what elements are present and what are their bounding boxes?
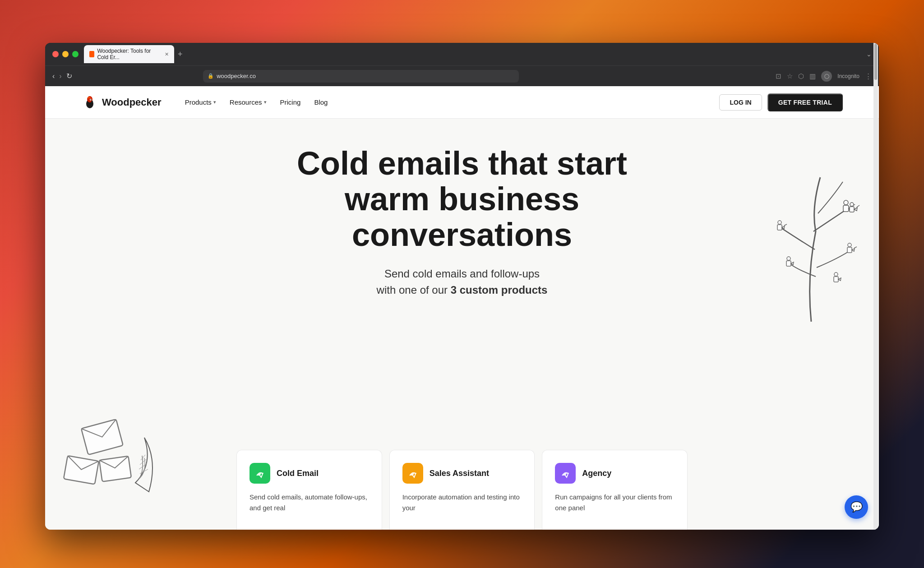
- sales-assistant-title: Sales Assistant: [430, 469, 489, 478]
- svg-point-18: [848, 243, 851, 247]
- scrollbar[interactable]: [873, 43, 878, 530]
- forward-button[interactable]: ›: [59, 72, 61, 80]
- chat-icon: 💬: [850, 501, 863, 513]
- sales-assistant-card[interactable]: Sales Assistant Incorporate automation a…: [389, 450, 535, 530]
- cold-email-title: Cold Email: [277, 469, 319, 478]
- cast-icon[interactable]: ⊡: [776, 72, 781, 80]
- svg-rect-17: [777, 225, 782, 230]
- hero-subtitle-line2: with one of our 3 custom products: [377, 284, 548, 296]
- lock-icon: 🔒: [208, 73, 214, 79]
- nav-blog[interactable]: Blog: [309, 95, 333, 110]
- hero-title: Cold emails that start warm business con…: [263, 146, 661, 253]
- url-text: woodpecker.co: [217, 73, 256, 79]
- svg-rect-13: [843, 205, 849, 212]
- hero-subtitle: Send cold emails and follow-ups with one…: [377, 266, 548, 298]
- toolbar-right: ⊡ ☆ ⬡ ▥ ◯ Incognito ⋮: [776, 71, 872, 82]
- sales-assistant-card-header: Sales Assistant: [402, 463, 522, 484]
- nav-actions: LOG IN GET FREE TRIAL: [719, 93, 843, 111]
- menu-icon[interactable]: ⋮: [865, 72, 872, 80]
- desktop: Woodpecker: Tools for Cold Er... ✕ + ⌄ ‹…: [0, 0, 924, 568]
- profile-icon: ◯: [824, 74, 829, 79]
- svg-point-4: [91, 99, 92, 100]
- svg-point-14: [850, 203, 854, 206]
- tab-favicon: [89, 51, 94, 57]
- tab-bar: Woodpecker: Tools for Cold Er... ✕ + ⌄: [84, 45, 872, 63]
- product-cards: Cold Email Send cold emails, automate fo…: [236, 450, 688, 530]
- nav-pricing[interactable]: Pricing: [275, 95, 306, 110]
- svg-point-12: [844, 200, 848, 205]
- new-tab-button[interactable]: +: [178, 50, 183, 59]
- hero-decoration-right: [744, 141, 879, 323]
- login-button[interactable]: LOG IN: [719, 94, 762, 111]
- site-navigation: Woodpecker Products ▾ Resources ▾ Pricin…: [45, 86, 879, 119]
- nav-products[interactable]: Products ▾: [180, 95, 222, 110]
- webpage: Woodpecker Products ▾ Resources ▾ Pricin…: [45, 86, 879, 530]
- hero-subtitle-line1: Send cold emails and follow-ups: [384, 268, 540, 280]
- profile-button[interactable]: ◯: [821, 71, 832, 82]
- minimize-button[interactable]: [62, 51, 69, 57]
- sales-assistant-desc: Incorporate automation and testing into …: [402, 492, 522, 513]
- hero-section: Cold emails that start warm business con…: [45, 119, 879, 530]
- get-free-trial-button[interactable]: GET FREE TRIAL: [767, 93, 843, 111]
- sidebar-icon[interactable]: ▥: [809, 72, 816, 80]
- logo-area[interactable]: Woodpecker: [81, 94, 162, 111]
- svg-rect-21: [786, 261, 791, 266]
- woodpecker-logo-icon: [81, 94, 98, 111]
- active-tab[interactable]: Woodpecker: Tools for Cold Er... ✕: [84, 45, 174, 63]
- svg-point-16: [778, 221, 781, 224]
- nav-links: Products ▾ Resources ▾ Pricing Blog: [180, 95, 720, 110]
- agency-title: Agency: [582, 469, 611, 478]
- cold-email-icon: [249, 463, 270, 484]
- cold-email-card-header: Cold Email: [249, 463, 369, 484]
- address-bar: ‹ › ↻ 🔒 woodpecker.co ⊡ ☆ ⬡ ▥ ◯ Incognit…: [45, 65, 879, 86]
- logo-text: Woodpecker: [102, 97, 162, 108]
- browser-window: Woodpecker: Tools for Cold Er... ✕ + ⌄ ‹…: [45, 43, 879, 530]
- products-chevron-icon: ▾: [213, 99, 216, 105]
- cold-email-desc: Send cold emails, automate follow-ups, a…: [249, 492, 369, 513]
- tabs-chevron-icon[interactable]: ⌄: [866, 51, 872, 58]
- address-field[interactable]: 🔒 woodpecker.co: [203, 70, 519, 83]
- title-bar: Woodpecker: Tools for Cold Er... ✕ + ⌄: [45, 43, 879, 65]
- agency-icon: [555, 463, 576, 484]
- nav-buttons: ‹ › ↻: [52, 72, 72, 80]
- svg-point-20: [787, 257, 790, 260]
- agency-card[interactable]: Agency Run campaigns for all your client…: [542, 450, 688, 530]
- tab-title: Woodpecker: Tools for Cold Er...: [97, 48, 160, 60]
- chat-button[interactable]: 💬: [845, 495, 868, 519]
- agency-desc: Run campaigns for all your clients from …: [555, 492, 675, 513]
- svg-rect-23: [834, 277, 838, 282]
- reload-button[interactable]: ↻: [66, 72, 72, 80]
- tab-close-icon[interactable]: ✕: [165, 51, 169, 57]
- svg-rect-7: [99, 456, 131, 482]
- fullscreen-button[interactable]: [72, 51, 79, 57]
- back-button[interactable]: ‹: [52, 72, 55, 80]
- close-button[interactable]: [52, 51, 59, 57]
- bookmark-icon[interactable]: ☆: [787, 72, 793, 80]
- svg-point-22: [834, 272, 838, 276]
- extension-icon[interactable]: ⬡: [798, 72, 804, 80]
- nav-resources[interactable]: Resources ▾: [224, 95, 272, 110]
- agency-card-header: Agency: [555, 463, 675, 484]
- svg-rect-19: [847, 247, 852, 253]
- cold-email-card[interactable]: Cold Email Send cold emails, automate fo…: [236, 450, 382, 530]
- scrollbar-thumb[interactable]: [874, 44, 877, 80]
- hero-decoration-left: [54, 393, 180, 530]
- resources-chevron-icon: ▾: [264, 99, 267, 105]
- sales-assistant-icon: [402, 463, 423, 484]
- hero-subtitle-highlight: 3 custom products: [451, 284, 548, 296]
- traffic-lights: [52, 51, 79, 57]
- incognito-label: Incognito: [837, 73, 859, 79]
